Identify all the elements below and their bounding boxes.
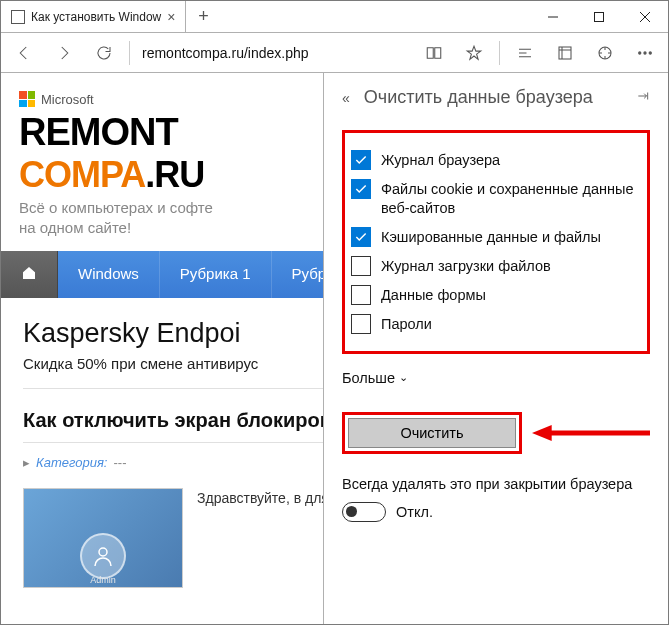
toggle-state-label: Откл.	[396, 504, 433, 520]
panel-back-icon[interactable]: «	[342, 90, 350, 106]
checkbox-row[interactable]: Данные формы	[351, 285, 641, 305]
home-icon	[21, 265, 37, 281]
more-icon[interactable]	[626, 35, 664, 71]
tab-title: Как установить Window	[31, 10, 161, 24]
checkbox[interactable]	[351, 256, 371, 276]
forward-button[interactable]	[45, 35, 83, 71]
thumb-label: Admin	[90, 575, 116, 585]
checkbox-label: Журнал браузера	[381, 150, 500, 170]
toolbar: remontcompa.ru/index.php	[1, 33, 668, 73]
annotation-arrow	[532, 424, 650, 442]
pin-icon[interactable]	[636, 87, 650, 108]
clear-data-panel: « Очистить данные браузера Журнал браузе…	[323, 73, 668, 624]
svg-marker-8	[532, 425, 552, 441]
checkbox-label: Файлы cookie и сохраненные данные веб-са…	[381, 179, 641, 218]
clear-button[interactable]: Очистить	[348, 418, 516, 448]
tab-close-icon[interactable]: ×	[167, 9, 175, 25]
checkbox-label: Кэшированные данные и файлы	[381, 227, 601, 247]
nav-rubrika1[interactable]: Рубрика 1	[160, 251, 272, 298]
checkbox-row[interactable]: Файлы cookie и сохраненные данные веб-са…	[351, 179, 641, 218]
checkbox-row[interactable]: Пароли	[351, 314, 641, 334]
checkbox-row[interactable]: Журнал загрузки файлов	[351, 256, 641, 276]
refresh-button[interactable]	[85, 35, 123, 71]
nav-windows[interactable]: Windows	[58, 251, 160, 298]
avatar-icon	[80, 533, 126, 579]
svg-point-3	[639, 51, 641, 53]
chevron-right-icon: ▸	[23, 455, 30, 470]
svg-point-4	[644, 51, 646, 53]
back-button[interactable]	[5, 35, 43, 71]
ms-label: Microsoft	[41, 92, 94, 107]
svg-point-5	[649, 51, 651, 53]
checkbox[interactable]	[351, 150, 371, 170]
hub-icon[interactable]	[506, 35, 544, 71]
nav-home[interactable]	[1, 251, 58, 298]
window-minimize-button[interactable]	[530, 1, 576, 32]
checkbox-label: Журнал загрузки файлов	[381, 256, 551, 276]
webnote-icon[interactable]	[546, 35, 584, 71]
divider	[499, 41, 500, 65]
category-label: Категория:	[36, 455, 107, 470]
checkbox-row[interactable]: Журнал браузера	[351, 150, 641, 170]
checkbox[interactable]	[351, 285, 371, 305]
titlebar: Как установить Window × +	[1, 1, 668, 33]
svg-rect-1	[559, 47, 571, 59]
checkbox[interactable]	[351, 179, 371, 199]
browser-tab[interactable]: Как установить Window ×	[1, 1, 186, 32]
svg-point-6	[99, 548, 107, 556]
checkbox-label: Пароли	[381, 314, 432, 334]
tab-favicon	[11, 10, 25, 24]
chevron-down-icon: ⌄	[399, 371, 408, 384]
address-bar[interactable]: remontcompa.ru/index.php	[136, 45, 356, 61]
window-close-button[interactable]	[622, 1, 668, 32]
ms-logo-icon	[19, 91, 35, 107]
reading-view-icon[interactable]	[415, 35, 453, 71]
favorite-icon[interactable]	[455, 35, 493, 71]
always-delete-toggle[interactable]	[342, 502, 386, 522]
window-maximize-button[interactable]	[576, 1, 622, 32]
checkbox-highlight: Журнал браузераФайлы cookie и сохраненны…	[342, 130, 650, 354]
category-value: ---	[113, 455, 126, 470]
article-thumb[interactable]: Admin	[23, 488, 183, 588]
svg-rect-0	[595, 12, 604, 21]
new-tab-button[interactable]: +	[186, 1, 220, 32]
share-icon[interactable]	[586, 35, 624, 71]
more-link[interactable]: Больше ⌄	[342, 370, 650, 386]
divider	[129, 41, 130, 65]
clear-button-highlight: Очистить	[342, 412, 522, 454]
checkbox[interactable]	[351, 227, 371, 247]
panel-title: Очистить данные браузера	[364, 87, 593, 108]
checkbox-label: Данные формы	[381, 285, 486, 305]
always-delete-label: Всегда удалять это при закрытии браузера	[342, 476, 650, 492]
checkbox-row[interactable]: Кэшированные данные и файлы	[351, 227, 641, 247]
checkbox[interactable]	[351, 314, 371, 334]
